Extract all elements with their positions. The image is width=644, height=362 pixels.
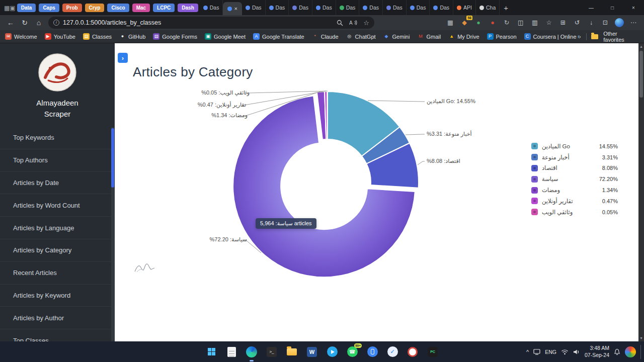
tab-group-data[interactable]: Data: [17, 4, 36, 12]
sidebar-item-recent-articles[interactable]: Recent Articles: [0, 262, 115, 285]
browser-tab[interactable]: Das: [289, 0, 312, 15]
pie-slice-6[interactable]: [327, 92, 328, 139]
tab-group-prob[interactable]: Prob: [62, 4, 82, 12]
legend-item[interactable]: أخبار منوعة3.31%: [531, 152, 618, 163]
sidebar-item-articles-by-author[interactable]: Articles by Author: [0, 307, 115, 329]
bookmark-item[interactable]: ✉Welcome: [5, 33, 37, 40]
tab-group-caps[interactable]: Caps: [39, 4, 59, 12]
minimize-button[interactable]: —: [581, 0, 602, 15]
sidebar-item-articles-by-category[interactable]: Articles by Category: [0, 239, 115, 262]
sidebar-item-top-keywords[interactable]: Top Keywords: [0, 127, 115, 149]
sidebar-item-articles-by-keyword[interactable]: Articles by Keyword: [0, 285, 115, 307]
tab-group-dash[interactable]: Dash: [178, 4, 198, 12]
pycharm-icon[interactable]: PC: [426, 345, 439, 358]
browser-tab[interactable]: Das: [383, 0, 407, 15]
bookmark-item[interactable]: ◆Gemini: [383, 33, 410, 40]
bookmark-item[interactable]: CCoursera | Online C...: [524, 33, 579, 40]
tab-group-lcpc[interactable]: LCPC: [153, 4, 175, 12]
legend-item[interactable]: وثائقي الويب0.05%: [531, 207, 618, 218]
opera-icon[interactable]: [406, 345, 419, 358]
favorites-icon[interactable]: ☆: [544, 18, 553, 27]
extensions-icon[interactable]: ⊡: [601, 18, 610, 27]
browser-tab[interactable]: Das: [200, 0, 223, 15]
other-favorites-label[interactable]: Other favorites: [603, 31, 639, 43]
bookmark-item[interactable]: *Claude: [312, 33, 339, 40]
bookmarks-overflow-chevron[interactable]: ›: [579, 33, 581, 40]
file-explorer-icon[interactable]: [285, 345, 298, 358]
page-scrollbar[interactable]: ▲ ▼: [638, 43, 644, 341]
bookmark-item[interactable]: ▣Google Meet: [205, 33, 246, 40]
blocker-extension-icon[interactable]: ●: [488, 18, 497, 27]
bookmark-item[interactable]: ▲My Drive: [448, 33, 479, 40]
site-info-icon[interactable]: i: [53, 20, 59, 26]
sidebar-item-top-classes[interactable]: Top Classes: [0, 329, 115, 341]
refresh-button[interactable]: ↻: [18, 19, 31, 27]
legend-item[interactable]: سياسة72.20%: [531, 173, 618, 185]
url-text[interactable]: 127.0.0.1:5000/articles_by_classes: [63, 19, 161, 26]
bookmark-item[interactable]: ▤Classes: [83, 33, 112, 40]
phone-link-icon[interactable]: [366, 345, 379, 358]
read-aloud-icon[interactable]: A: [349, 20, 357, 26]
browser-tab[interactable]: API: [453, 0, 476, 15]
tab-actions-icon[interactable]: ▦: [4, 5, 10, 12]
sidebar-item-articles-by-language[interactable]: Articles by Language: [0, 217, 115, 239]
legend-item[interactable]: ومضات1.34%: [531, 185, 618, 196]
downloads-icon[interactable]: ↓: [587, 18, 596, 27]
home-button[interactable]: ⌂: [32, 19, 45, 27]
browser-tab[interactable]: Das: [407, 0, 430, 15]
edge-icon[interactable]: [245, 345, 258, 358]
browser-tab[interactable]: Das: [242, 0, 266, 15]
workspaces-icon[interactable]: ▣: [10, 5, 15, 12]
legend-item[interactable]: الميادين Go14.55%: [531, 141, 618, 152]
whatsapp-icon[interactable]: ☎99+: [346, 345, 359, 358]
bookmark-item[interactable]: MGmail: [417, 33, 441, 40]
bookmark-item[interactable]: ▤Google Forms: [153, 33, 197, 40]
sidebar-scrollbar-thumb[interactable]: [111, 128, 114, 188]
active-tab[interactable]: ×: [223, 2, 242, 15]
bookmark-item[interactable]: AGoogle Translate: [253, 33, 304, 40]
favorite-star-icon[interactable]: ☆: [363, 19, 369, 27]
wellness-extension-icon[interactable]: ●: [474, 18, 483, 27]
tab-close-icon[interactable]: ×: [234, 6, 237, 12]
sidebar-item-articles-by-word-count[interactable]: Articles by Word Count: [0, 194, 115, 217]
profile-avatar[interactable]: [615, 18, 624, 27]
bookmark-item[interactable]: ◎ChatGpt: [346, 33, 376, 40]
sync-icon[interactable]: ↻: [502, 18, 511, 27]
start-button[interactable]: [205, 345, 218, 358]
maximize-button[interactable]: □: [602, 0, 623, 15]
collections-icon[interactable]: ⊞: [558, 18, 568, 27]
tab-group-mac[interactable]: Mac: [132, 4, 150, 12]
page-scrollbar-thumb[interactable]: [639, 51, 643, 98]
scroll-down-arrow[interactable]: ▼: [638, 335, 644, 341]
more-options-icon[interactable]: ⋯: [629, 18, 638, 27]
new-tab-button[interactable]: +: [504, 4, 508, 12]
legend-item[interactable]: اقتصاد8.08%: [531, 163, 618, 174]
capture-icon[interactable]: ▦: [446, 18, 455, 27]
close-button[interactable]: ×: [623, 0, 644, 15]
adblock-icon[interactable]: ◆58: [460, 18, 469, 27]
bookmark-item[interactable]: ▶YouTube: [45, 33, 75, 40]
copilot-sidebar-icon[interactable]: ▥: [530, 18, 539, 27]
split-screen-icon[interactable]: ◫: [516, 18, 525, 27]
history-icon[interactable]: ↺: [573, 18, 582, 27]
browser-tab[interactable]: Das: [430, 0, 453, 15]
sidebar-item-top-authors[interactable]: Top Authors: [0, 149, 115, 172]
legend-item[interactable]: تقارير أونلاين0.47%: [531, 196, 618, 207]
browser-tab[interactable]: Das: [336, 0, 360, 15]
notepad-icon[interactable]: [225, 345, 238, 358]
browser-tab[interactable]: Das: [312, 0, 336, 15]
tab-group-cryp[interactable]: Cryp: [85, 4, 105, 12]
browser-tab[interactable]: Das: [359, 0, 383, 15]
bookmark-item[interactable]: PPearson: [487, 33, 517, 40]
browser-tab[interactable]: Das: [266, 0, 289, 15]
terminal-icon[interactable]: >_: [265, 345, 278, 358]
bookmark-item[interactable]: ●GitHub: [119, 33, 145, 40]
scroll-up-arrow[interactable]: ▲: [638, 43, 644, 50]
browser-tab[interactable]: Cha: [476, 0, 500, 15]
tab-group-cisco[interactable]: Cisco: [107, 4, 129, 12]
back-button[interactable]: ←: [4, 19, 17, 27]
sidebar-item-articles-by-date[interactable]: Articles by Date: [0, 172, 115, 195]
telegram-icon[interactable]: [326, 345, 339, 358]
address-bar[interactable]: i 127.0.0.1:5000/articles_by_classes A ☆: [48, 17, 374, 29]
search-icon[interactable]: [337, 20, 343, 26]
